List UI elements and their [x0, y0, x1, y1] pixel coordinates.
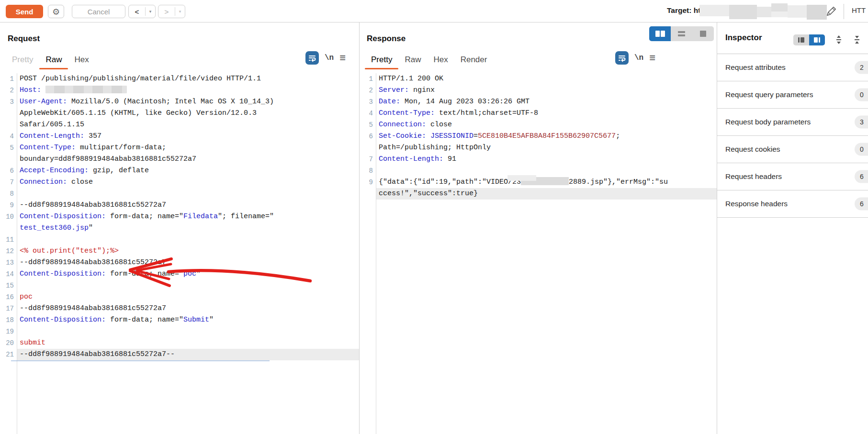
toolbar: Send ⚙ Cancel < ▾ > ▾ Target: ht HTT: [0, 0, 868, 22]
editor-row: 14Content-Disposition: form-data; name="…: [4, 268, 359, 280]
layout-single-button[interactable]: [692, 26, 714, 41]
line-number: 3: [4, 96, 17, 108]
code-text: User-Agent: Mozilla/5.0 (Macintosh; Inte…: [17, 96, 359, 108]
tab-render[interactable]: Render: [454, 52, 494, 69]
code-text: Content-Length: 91: [376, 154, 717, 165]
editor-row: 1HTTP/1.1 200 OK: [363, 73, 717, 85]
editor-row: 19: [4, 326, 359, 337]
request-editor-tools: \n ≡: [305, 51, 346, 65]
editor-row: test_test360.jsp": [4, 223, 359, 234]
expand-all-icon[interactable]: [834, 35, 844, 45]
count-badge: 6: [855, 170, 868, 183]
line-number: 1: [363, 73, 376, 85]
response-editor[interactable]: 1HTTP/1.1 200 OK2Server: nginx3Date: Mon…: [363, 73, 717, 434]
editor-row: 1POST /publishing/publishing/material/fi…: [4, 73, 359, 85]
inspector-item-label: Request headers: [725, 172, 782, 181]
request-editor[interactable]: 1POST /publishing/publishing/material/fi…: [4, 73, 359, 434]
code-text: Set-Cookie: JSESSIONID=5CE810B4E5AFB8A84…: [376, 131, 717, 142]
cancel-button[interactable]: Cancel: [72, 5, 125, 18]
code-text: Safari/605.1.15: [17, 119, 359, 131]
line-number: 9: [4, 200, 17, 211]
chevron-down-icon[interactable]: ▾: [146, 9, 155, 14]
code-text: [17, 188, 359, 200]
target-url-redaction: [699, 3, 827, 20]
editor-row: 7Content-Length: 91: [363, 154, 717, 165]
editor-row: 4Content-Type: text/html;charset=UTF-8: [363, 108, 717, 119]
tab-hex[interactable]: Hex: [68, 52, 95, 69]
target-label: Target: ht: [667, 6, 700, 15]
newline-toggle-icon[interactable]: \n: [325, 54, 334, 62]
line-number: 3: [363, 96, 376, 108]
code-text: submit: [17, 337, 359, 349]
code-text: Path=/publishing; HttpOnly: [376, 142, 717, 154]
inspector-item-request-query-parameters[interactable]: Request query parameters0: [717, 81, 868, 109]
line-number: 15: [4, 280, 17, 291]
tab-hex[interactable]: Hex: [427, 52, 454, 69]
code-text: --dd8f988919484abab3816881c55272a7: [17, 200, 359, 211]
line-number: [363, 142, 376, 154]
tab-pretty[interactable]: Pretty: [6, 52, 39, 69]
inspector-dock-toggle: [793, 34, 825, 45]
code-text: test_test360.jsp": [17, 223, 359, 234]
editor-row: 13--dd8f988919484abab3816881c55272a7: [4, 257, 359, 268]
soft-wrap-icon[interactable]: [305, 51, 319, 65]
forward-arrow-icon: >: [158, 8, 175, 16]
line-number: 8: [4, 188, 17, 200]
code-text: [376, 165, 717, 177]
inspector-title: Inspector: [725, 33, 762, 43]
tab-pretty[interactable]: Pretty: [365, 52, 398, 69]
line-number: 11: [4, 234, 17, 245]
inspector-item-request-headers[interactable]: Request headers6: [717, 163, 868, 190]
code-text: Connection: close: [376, 119, 717, 131]
editor-row: 12<% out.print("test");%>: [4, 245, 359, 257]
request-tabs: PrettyRawHex: [6, 52, 95, 69]
soft-wrap-icon[interactable]: [615, 51, 629, 65]
code-text: Content-Type: multipart/form-data;: [17, 142, 359, 154]
inspector-item-request-cookies[interactable]: Request cookies0: [717, 136, 868, 163]
panel-divider[interactable]: [359, 22, 360, 434]
code-text: --dd8f988919484abab3816881c55272a7: [17, 303, 359, 314]
code-text: boundary=dd8f988919484abab3816881c55272a…: [17, 154, 359, 165]
editor-row: 6Accept-Encoding: gzip, deflate: [4, 165, 359, 177]
inspector-panel: Inspector Request attributes2Request: [717, 22, 868, 434]
redacted-text: [45, 86, 127, 93]
tab-raw[interactable]: Raw: [398, 52, 427, 69]
edit-target-pencil-icon[interactable]: [825, 5, 837, 18]
history-forward-button[interactable]: > ▾: [158, 5, 185, 18]
line-number: [4, 108, 17, 119]
inspector-item-response-headers[interactable]: Response headers6: [717, 190, 868, 218]
history-back-button[interactable]: < ▾: [128, 5, 156, 18]
inspector-item-label: Request cookies: [725, 145, 780, 154]
code-text: Accept-Encoding: gzip, deflate: [17, 165, 359, 177]
dock-right-button[interactable]: [809, 34, 825, 45]
line-number: 6: [363, 131, 376, 142]
line-number: [363, 188, 376, 200]
dock-left-button[interactable]: [793, 34, 809, 45]
code-text: {"data":{"id":19,"path":"VIDEO/232889.js…: [376, 177, 717, 188]
code-text: Host:: [17, 85, 359, 96]
line-number: 14: [4, 268, 17, 280]
tab-raw[interactable]: Raw: [39, 52, 68, 69]
editor-menu-icon[interactable]: ≡: [649, 53, 655, 63]
line-number: 19: [4, 326, 17, 337]
inspector-item-request-attributes[interactable]: Request attributes2: [717, 54, 868, 81]
back-arrow-icon: <: [129, 8, 145, 16]
response-tabs: PrettyRawHexRender: [365, 52, 493, 69]
newline-toggle-icon[interactable]: \n: [634, 54, 643, 62]
line-number: 5: [363, 119, 376, 131]
settings-button[interactable]: ⚙: [48, 5, 64, 18]
count-badge: 0: [855, 89, 868, 101]
collapse-all-icon[interactable]: [852, 35, 862, 45]
layout-columns-button[interactable]: [649, 26, 671, 41]
code-text: Content-Disposition: form-data; name="po…: [17, 268, 359, 280]
send-button[interactable]: Send: [6, 5, 43, 18]
editor-row: 17--dd8f988919484abab3816881c55272a7: [4, 303, 359, 314]
line-number: 17: [4, 303, 17, 314]
editor-row: 9--dd8f988919484abab3816881c55272a7: [4, 200, 359, 211]
layout-rows-button[interactable]: [671, 26, 692, 41]
count-badge: 6: [855, 198, 868, 211]
editor-row: 3Date: Mon, 14 Aug 2023 03:26:26 GMT: [363, 96, 717, 108]
editor-menu-icon[interactable]: ≡: [339, 53, 346, 63]
code-text: Content-Length: 357: [17, 131, 359, 142]
inspector-item-request-body-parameters[interactable]: Request body parameters3: [717, 109, 868, 136]
